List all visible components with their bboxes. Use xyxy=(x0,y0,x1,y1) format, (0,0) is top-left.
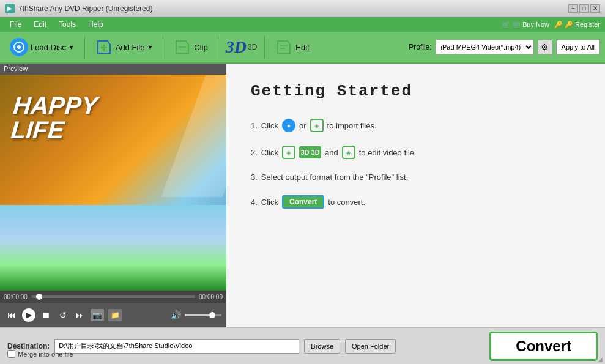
time-bar: 00:00:00 00:00:00 xyxy=(0,291,226,303)
progress-track[interactable] xyxy=(31,295,195,298)
destination-input[interactable] xyxy=(54,339,299,354)
3d-label: 3D xyxy=(226,37,247,57)
step-4-text-after: to convert. xyxy=(328,198,365,207)
step-3-number: 3. xyxy=(251,173,258,182)
step-4: 4. Click Convert to convert. xyxy=(251,195,581,209)
maximize-button[interactable]: □ xyxy=(579,4,589,13)
profile-label: Profile: xyxy=(409,43,431,51)
volume-slider[interactable] xyxy=(185,314,221,316)
life-text: LIFE xyxy=(10,117,97,142)
getting-started-title: Getting Started xyxy=(251,82,581,100)
skip-forward-button[interactable]: ⏭ xyxy=(73,308,87,322)
load-disc-icon xyxy=(10,38,28,56)
open-folder-button[interactable]: Open Folder xyxy=(345,339,396,354)
close-button[interactable]: ✕ xyxy=(590,4,600,13)
step-1-text-after: to import files. xyxy=(327,121,377,130)
preview-image: HAPPY LIFE xyxy=(0,75,226,291)
convert-inline-button[interactable]: Convert xyxy=(282,195,324,209)
title-bar: ▶ 7thShare Any DVD Ripper (Unregistered)… xyxy=(0,0,605,17)
clip-label: Clip xyxy=(194,43,207,52)
step-1-load-icon: ● xyxy=(282,119,295,132)
merge-checkbox[interactable] xyxy=(7,350,15,358)
step-3-text: Select output format from the "Profile" … xyxy=(261,173,408,182)
controls-bar: ⏮ ▶ ⏹ ↺ ⏭ 📷 📁 🔊 xyxy=(0,303,226,327)
clip-button[interactable]: Clip xyxy=(168,35,212,59)
menu-help[interactable]: Help xyxy=(83,19,108,30)
step-1-disc-icon: ◈ xyxy=(310,119,324,132)
stop-button[interactable]: ⏹ xyxy=(39,308,53,322)
loop-button[interactable]: ↺ xyxy=(56,308,70,322)
skip-back-button[interactable]: ⏮ xyxy=(5,308,18,322)
add-file-icon xyxy=(95,38,113,56)
step-4-number: 4. xyxy=(251,198,258,207)
menu-tools[interactable]: Tools xyxy=(54,19,81,30)
profile-settings-button[interactable]: ⚙ xyxy=(538,40,552,54)
3d-button[interactable]: 3D 3D xyxy=(223,37,260,57)
main-content: Preview HAPPY LIFE 00:00:00 00:00:00 ⏮ ▶… xyxy=(0,64,605,327)
step-4-text-before: Click xyxy=(261,198,278,207)
volume-thumb[interactable] xyxy=(209,312,215,318)
toolbar-separator-4 xyxy=(264,36,265,58)
step-2-clip-icon: ◈ xyxy=(282,146,295,159)
folder-button[interactable]: 📁 xyxy=(108,309,122,321)
preview-label: Preview xyxy=(0,64,226,75)
play-button[interactable]: ▶ xyxy=(22,308,35,322)
snapshot-button[interactable]: 📷 xyxy=(91,309,104,321)
time-end: 00:00:00 xyxy=(199,294,223,300)
minimize-button[interactable]: − xyxy=(568,4,578,13)
volume-fill xyxy=(185,314,210,316)
toolbar: Load Disc ▼ Add File ▼ Clip 3D 3D xyxy=(0,32,605,64)
clip-icon xyxy=(173,38,191,56)
edit-button[interactable]: Edit xyxy=(270,35,314,59)
add-file-dropdown-icon[interactable]: ▼ xyxy=(147,44,153,51)
step-2-text-after: to edit video file. xyxy=(359,148,417,157)
step-2: 2. Click ◈ 3D 3D and ◈ to edit video fil… xyxy=(251,146,581,159)
convert-button[interactable]: Convert xyxy=(489,332,598,361)
destination-label: Destination: xyxy=(7,342,50,351)
step-2-and: and xyxy=(325,148,338,157)
menu-bar: File Edit Tools Help 🛒 🛒 Buy Now 🔑 🔑 Reg… xyxy=(0,17,605,32)
resize-handle[interactable]: ◢ xyxy=(598,356,603,363)
getting-started-panel: Getting Started 1. Click ● or ◈ to impor… xyxy=(226,64,605,327)
load-disc-label: Load Disc xyxy=(31,43,66,52)
load-disc-button[interactable]: Load Disc ▼ xyxy=(5,35,80,59)
load-disc-dropdown-icon[interactable]: ▼ xyxy=(69,44,75,51)
preview-diagonal-overlay xyxy=(161,75,226,197)
happy-text: HAPPY xyxy=(12,93,98,117)
step-2-edit-icon: ◈ xyxy=(342,146,355,159)
profile-area: Profile: iPad MPEG4 Video(*.mp4) ⚙ Apply… xyxy=(409,40,600,54)
toolbar-separator-2 xyxy=(163,36,163,58)
preview-panel: Preview HAPPY LIFE 00:00:00 00:00:00 ⏮ ▶… xyxy=(0,64,226,327)
preview-scene xyxy=(0,205,226,291)
step-2-text-before: Click xyxy=(261,148,278,157)
merge-checkbox-area: Merge into one file xyxy=(7,350,73,358)
menu-edit[interactable]: Edit xyxy=(29,19,51,30)
toolbar-separator-1 xyxy=(84,36,85,58)
svg-marker-7 xyxy=(278,41,290,53)
browse-button[interactable]: Browse xyxy=(304,339,340,354)
svg-point-1 xyxy=(17,45,21,49)
volume-icon: 🔊 xyxy=(171,310,181,320)
edit-label: Edit xyxy=(295,43,309,52)
step-1-text-before: Click xyxy=(261,121,278,130)
menu-file[interactable]: File xyxy=(5,19,26,30)
step-1: 1. Click ● or ◈ to import files. xyxy=(251,119,581,132)
step-3: 3. Select output format from the "Profil… xyxy=(251,173,581,182)
apply-to-all-button[interactable]: Apply to All xyxy=(556,40,600,54)
add-file-button[interactable]: Add File ▼ xyxy=(90,35,158,59)
step-1-or: or xyxy=(299,121,306,130)
progress-thumb[interactable] xyxy=(36,294,42,300)
profile-select[interactable]: iPad MPEG4 Video(*.mp4) xyxy=(436,40,534,54)
3d-text-label: 3D xyxy=(248,43,257,51)
toolbar-separator-3 xyxy=(218,36,218,58)
register-button[interactable]: 🔑 🔑 Register xyxy=(554,21,600,29)
add-file-label: Add File xyxy=(116,43,145,52)
step-2-number: 2. xyxy=(251,148,258,157)
app-icon: ▶ xyxy=(5,4,15,13)
bottom-bar: Destination: Browse Open Folder Merge in… xyxy=(0,327,605,364)
store-buttons: 🛒 🛒 Buy Now 🔑 🔑 Register xyxy=(502,21,600,29)
buy-now-button[interactable]: 🛒 🛒 Buy Now xyxy=(502,21,549,29)
merge-label: Merge into one file xyxy=(18,351,73,358)
step-1-number: 1. xyxy=(251,121,258,130)
time-start: 00:00:00 xyxy=(4,294,28,300)
